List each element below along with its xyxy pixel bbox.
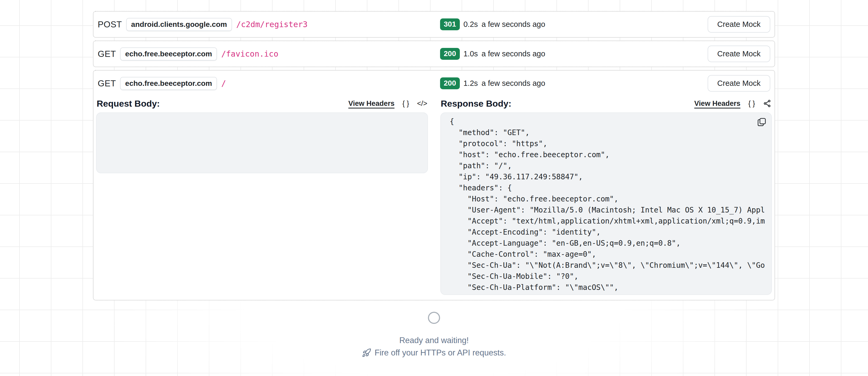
request-body-box [96, 113, 428, 173]
view-headers-link[interactable]: View Headers [348, 99, 395, 108]
request-duration: 1.0s [464, 50, 478, 58]
http-method: GET [98, 79, 116, 89]
request-duration: 1.2s [464, 79, 478, 88]
host-chip: android.clients.google.com [126, 18, 232, 31]
request-body-actions: View Headers { } </> [348, 99, 427, 108]
request-summary: POST android.clients.google.com /c2dm/re… [98, 18, 440, 31]
create-mock-button[interactable]: Create Mock [708, 45, 770, 62]
response-body-title: Response Body: [441, 98, 512, 109]
request-body-column: Request Body: View Headers { } </> [96, 97, 428, 295]
json-view-icon[interactable]: { } [748, 99, 755, 108]
request-age: a few seconds ago [482, 79, 546, 88]
empty-state-subtitle-text: Fire off your HTTPs or API requests. [374, 348, 506, 357]
copy-icon[interactable] [756, 117, 767, 127]
json-view-icon[interactable]: { } [402, 99, 409, 108]
create-mock-button[interactable]: Create Mock [708, 16, 770, 33]
share-icon[interactable] [763, 99, 771, 108]
response-json: { "method": "GET", "protocol": "https", … [450, 116, 772, 293]
request-summary: GET echo.free.beeceptor.com /favicon.ico [98, 48, 440, 61]
response-body-actions: View Headers { } [694, 99, 771, 108]
request-path: / [221, 79, 226, 88]
request-status-group: 301 0.2s a few seconds ago [440, 19, 708, 30]
http-method: GET [98, 49, 116, 59]
create-mock-button[interactable]: Create Mock [708, 75, 770, 92]
host-chip: echo.free.beeceptor.com [120, 48, 217, 61]
request-age: a few seconds ago [482, 20, 546, 29]
request-age: a few seconds ago [482, 50, 546, 58]
request-duration: 0.2s [464, 20, 478, 29]
empty-state-subtitle: Fire off your HTTPs or API requests. [0, 348, 868, 357]
request-row[interactable]: GET echo.free.beeceptor.com /favicon.ico… [93, 41, 775, 67]
request-path: /c2dm/register3 [236, 20, 308, 29]
request-row[interactable]: GET echo.free.beeceptor.com / 200 1.2s a… [93, 70, 775, 96]
status-badge: 200 [440, 48, 460, 60]
request-inspector: POST android.clients.google.com /c2dm/re… [93, 11, 775, 303]
view-headers-link[interactable]: View Headers [694, 99, 740, 108]
response-body-box: { "method": "GET", "protocol": "https", … [440, 113, 772, 295]
request-status-group: 200 1.2s a few seconds ago [440, 77, 708, 89]
request-row[interactable]: POST android.clients.google.com /c2dm/re… [93, 11, 775, 37]
request-card: POST android.clients.google.com /c2dm/re… [93, 11, 775, 38]
response-body-header: Response Body: View Headers { } [440, 97, 772, 110]
request-path: /favicon.ico [221, 49, 278, 58]
request-body-header: Request Body: View Headers { } </> [96, 97, 428, 110]
status-badge: 301 [440, 19, 460, 30]
waiting-spinner [428, 312, 440, 324]
request-status-group: 200 1.0s a few seconds ago [440, 48, 708, 60]
request-card: GET echo.free.beeceptor.com /favicon.ico… [93, 40, 775, 67]
empty-state: Ready and waiting! Fire off your HTTPs o… [0, 312, 868, 357]
empty-state-title: Ready and waiting! [0, 336, 868, 345]
response-body-column: Response Body: View Headers { } { "metho… [440, 97, 772, 295]
raw-view-icon[interactable]: </> [417, 99, 427, 108]
rocket-icon [362, 348, 371, 357]
request-body-title: Request Body: [97, 98, 160, 109]
host-chip: echo.free.beeceptor.com [120, 77, 217, 90]
status-badge: 200 [440, 77, 460, 89]
http-method: POST [98, 20, 122, 30]
request-card-expanded: GET echo.free.beeceptor.com / 200 1.2s a… [93, 70, 775, 301]
request-summary: GET echo.free.beeceptor.com / [98, 77, 440, 90]
request-detail-panels: Request Body: View Headers { } </> Respo… [93, 96, 775, 300]
